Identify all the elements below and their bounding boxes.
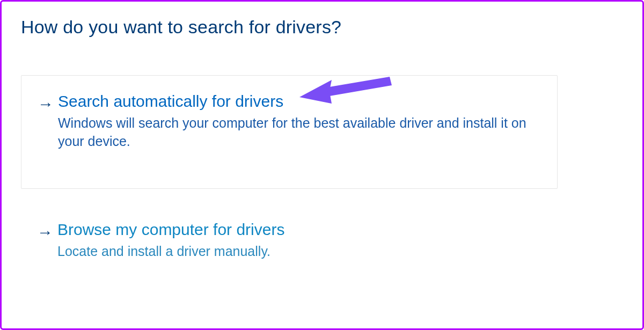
arrow-right-icon: → xyxy=(37,220,57,240)
dialog-heading: How do you want to search for drivers? xyxy=(21,17,623,38)
option-text: Search automatically for drivers Windows… xyxy=(58,92,541,151)
arrow-right-icon: → xyxy=(38,92,58,112)
option-browse-my-computer[interactable]: → Browse my computer for drivers Locate … xyxy=(21,210,558,272)
option-text: Browse my computer for drivers Locate an… xyxy=(57,220,541,261)
option-description: Windows will search your computer for th… xyxy=(58,114,530,151)
option-title: Search automatically for drivers xyxy=(58,92,541,111)
wizard-content: How do you want to search for drivers? →… xyxy=(2,2,642,295)
option-row: → Browse my computer for drivers Locate … xyxy=(37,220,541,261)
option-search-automatically[interactable]: → Search automatically for drivers Windo… xyxy=(21,75,558,189)
option-row: → Search automatically for drivers Windo… xyxy=(38,92,541,151)
wizard-frame: How do you want to search for drivers? →… xyxy=(0,0,644,330)
option-title: Browse my computer for drivers xyxy=(57,220,541,239)
option-description: Locate and install a driver manually. xyxy=(57,243,530,261)
